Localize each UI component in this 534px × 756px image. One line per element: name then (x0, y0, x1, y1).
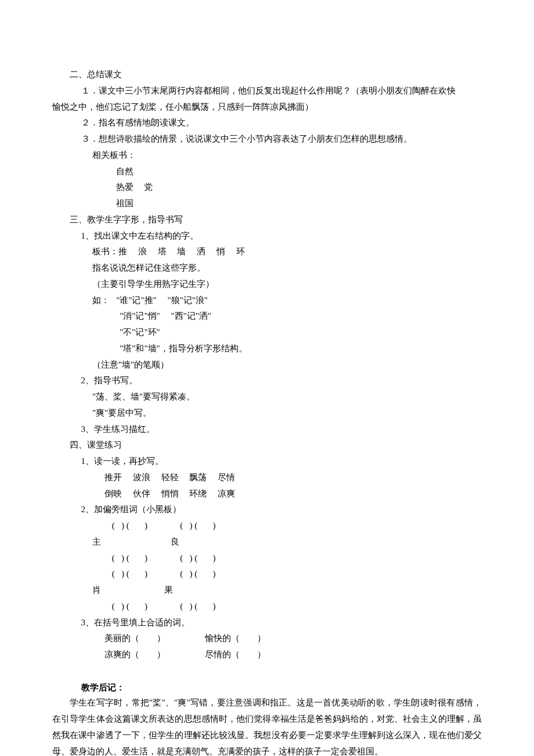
s4-q2: 2、加偏旁组词（小黑板） (52, 502, 482, 518)
s3-q2a: "荡、桨、墙"要写得紧凑。 (52, 389, 482, 405)
section-3-heading: 三、教学生字字形，指导书写 (52, 212, 482, 228)
s2-board-line-2: 热爱 党 (52, 179, 482, 196)
s3-q1a: 板书：推 浪 塔 墙 洒 悄 环 (52, 244, 482, 260)
s4-grid-e: 肖 果 (52, 582, 482, 599)
s4-grid-f: ( ) ( ) ( ) ( ) (52, 599, 482, 615)
s4-q1a: 推开 波浪 轻轻 飘荡 尽情 (52, 470, 482, 486)
s3-q1h: （注意"墙"的笔顺） (52, 357, 482, 373)
s2-point-1a: １．课文中三小节末尾两行内容都相同，他们反复出现起什么作用呢？（表明小朋友们陶醉… (52, 83, 482, 99)
s2-point-3: ３．想想诗歌描绘的情景，说说课文中三个小节内容表达了小朋友们怎样的思想感情。 (52, 131, 482, 147)
s2-board-line-3: 祖国 (52, 196, 482, 212)
section-2-heading: 二、总结课文 (52, 67, 482, 83)
s4-q1b: 倒映 伙伴 悄悄 环绕 凉爽 (52, 486, 482, 502)
s2-board-line-1: 自然 (52, 164, 482, 180)
s4-grid-d: ( ) ( ) ( ) ( ) (52, 566, 482, 582)
s3-q1b: 指名说说怎样记住这些字形。 (52, 260, 482, 276)
s4-q3: 3、在括号里填上合适的词。 (52, 615, 482, 631)
s3-q1f: "不"记"环" (52, 325, 482, 341)
s3-q1d: 如： "谁"记"推" "狼"记"浪" (52, 293, 482, 309)
s3-q3: 3、学生练习描红。 (52, 422, 482, 438)
s4-q3a: 美丽的（ ） 愉快的（ ） (52, 631, 482, 647)
teaching-notes-paragraph: 学生在写字时，常把"桨"、"爽"写错，要注意强调和指正。这是一首优美动听的歌，学… (52, 695, 482, 756)
s2-point-2: ２．指名有感情地朗读课文。 (52, 115, 482, 131)
s3-q1c: （主要引导学生用熟字记生字） (52, 276, 482, 293)
s4-q3b: 凉爽的（ ） 尽情的（ ） (52, 647, 482, 663)
s4-grid-b: 主 良 (52, 534, 482, 550)
blank-line (52, 663, 482, 679)
s4-grid-a: ( ) ( ) ( ) ( ) (52, 518, 482, 534)
section-4-heading: 四、课堂练习 (52, 437, 482, 453)
s3-q1g: "塔"和"墙"，指导分析字形结构。 (52, 341, 482, 357)
s4-q1: 1、读一读，再抄写。 (52, 453, 482, 470)
s3-q2: 2、指导书写。 (52, 373, 482, 389)
s3-q1: 1、找出课文中左右结构的字。 (52, 228, 482, 244)
s3-q2b: "爽"要居中写。 (52, 405, 482, 422)
s2-board-heading: 相关板书： (52, 147, 482, 164)
s3-q1e: "消"记"悄" "西"记"洒" (52, 308, 482, 325)
s2-point-1b: 愉悦之中，他们忘记了划桨，任小船飘荡，只感到一阵阵凉风拂面） (52, 99, 482, 116)
s4-grid-c: ( ) ( ) ( ) ( ) (52, 550, 482, 567)
teaching-notes-heading: 教学后记： (52, 679, 482, 696)
